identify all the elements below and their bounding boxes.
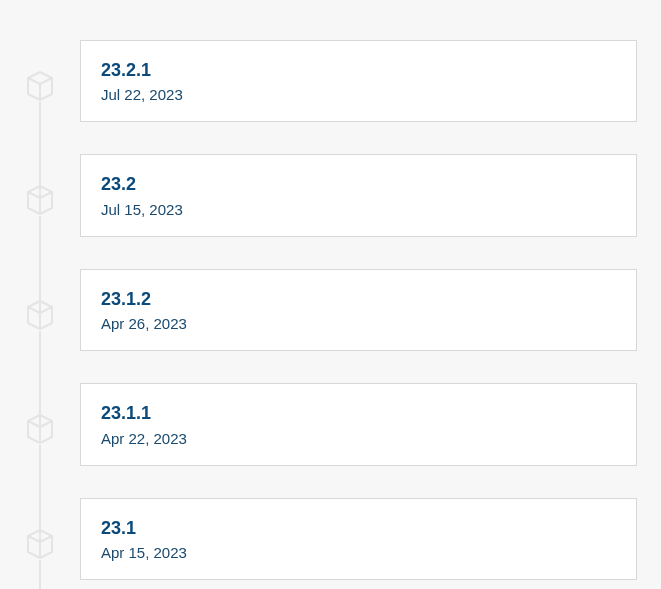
package-icon: [26, 528, 54, 560]
release-row: 23.1.1 Apr 22, 2023: [0, 383, 661, 465]
release-date: Apr 22, 2023: [101, 430, 616, 447]
release-version: 23.2.1: [101, 59, 616, 82]
release-version: 23.1: [101, 517, 616, 540]
release-card[interactable]: 23.2 Jul 15, 2023: [80, 154, 637, 236]
package-icon: [26, 413, 54, 445]
release-version: 23.1.2: [101, 288, 616, 311]
release-row: 23.2.1 Jul 22, 2023: [0, 40, 661, 122]
release-row: 23.2 Jul 15, 2023: [0, 154, 661, 236]
release-card[interactable]: 23.1.1 Apr 22, 2023: [80, 383, 637, 465]
timeline-connector: [39, 560, 41, 589]
package-icon: [26, 184, 54, 216]
release-date: Jul 15, 2023: [101, 201, 616, 218]
release-row: 23.1 Apr 15, 2023: [0, 498, 661, 580]
release-version: 23.2: [101, 173, 616, 196]
release-card[interactable]: 23.1.2 Apr 26, 2023: [80, 269, 637, 351]
release-history-list: 23.2.1 Jul 22, 2023 23.2 Jul 15, 2023 23…: [0, 0, 661, 580]
release-date: Apr 26, 2023: [101, 315, 616, 332]
release-card[interactable]: 23.2.1 Jul 22, 2023: [80, 40, 637, 122]
release-card[interactable]: 23.1 Apr 15, 2023: [80, 498, 637, 580]
package-icon: [26, 70, 54, 102]
release-version: 23.1.1: [101, 402, 616, 425]
release-date: Jul 22, 2023: [101, 86, 616, 103]
release-date: Apr 15, 2023: [101, 544, 616, 561]
package-icon: [26, 299, 54, 331]
timeline-node: [0, 40, 80, 102]
release-row: 23.1.2 Apr 26, 2023: [0, 269, 661, 351]
